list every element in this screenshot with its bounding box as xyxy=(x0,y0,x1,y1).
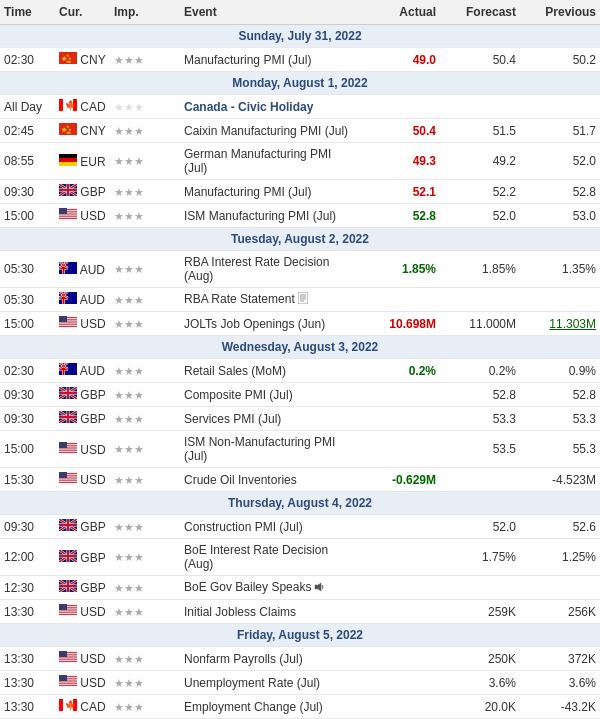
section-header-row: Tuesday, August 2, 2022 xyxy=(0,228,600,251)
event-name: Retail Sales (MoM) xyxy=(180,359,360,383)
event-previous: 53.3 xyxy=(520,407,600,431)
event-forecast xyxy=(440,468,520,492)
svg-rect-148 xyxy=(59,614,77,615)
currency-label: GBP xyxy=(80,520,105,534)
event-actual: 52.1 xyxy=(360,180,440,204)
document-icon xyxy=(298,292,308,307)
star-icon: ★ xyxy=(134,701,144,713)
star-icon: ★ xyxy=(124,365,134,377)
event-currency: GBP xyxy=(55,576,110,600)
star-icon: ★ xyxy=(134,677,144,689)
svg-rect-111 xyxy=(59,482,77,483)
event-importance: ★★★ xyxy=(110,671,180,695)
star-icon: ★ xyxy=(124,653,134,665)
table-row: 09:30 GBP ★★★ Services PMI (Jul) 53.3 53… xyxy=(0,407,600,431)
star-icon: ★ xyxy=(114,521,124,533)
table-row: 12:00 GBP ★★★ BoE Interest Rate Decision… xyxy=(0,539,600,576)
event-actual: 52.8 xyxy=(360,204,440,228)
table-row: 13:30 USD ★★★ Nonfarm Payrolls (Jul) 250… xyxy=(0,647,600,671)
star-icon: ★ xyxy=(124,125,134,137)
svg-rect-159 xyxy=(59,651,67,657)
event-previous: 51.7 xyxy=(520,119,600,143)
event-importance: ★★★ xyxy=(110,515,180,539)
star-icon: ★ xyxy=(134,521,144,533)
header-forecast: Forecast xyxy=(440,0,520,25)
star-icon: ★ xyxy=(124,101,134,113)
svg-rect-16 xyxy=(59,154,77,158)
table-row: 02:30 AUD ★★★ Retail Sales (MoM) 0.2% 0.… xyxy=(0,359,600,383)
svg-rect-36 xyxy=(59,208,67,214)
star-icon: ★ xyxy=(124,155,134,167)
event-currency: ★★★★★ CNY xyxy=(55,48,110,72)
event-currency: 🍁 CAD xyxy=(55,95,110,119)
event-previous: 11.303M xyxy=(520,312,600,336)
economic-calendar-table: Time Cur. Imp. Event Actual Forecast Pre… xyxy=(0,0,600,719)
svg-rect-113 xyxy=(59,472,67,478)
event-importance: ★★★ xyxy=(110,539,180,576)
event-importance: ★★★ xyxy=(110,48,180,72)
star-icon: ★ xyxy=(114,210,124,222)
star-icon: ★ xyxy=(134,653,144,665)
event-time: 09:30 xyxy=(0,383,55,407)
svg-rect-167 xyxy=(59,686,77,687)
svg-rect-66 xyxy=(59,326,77,327)
event-name: Composite PMI (Jul) xyxy=(180,383,360,407)
flag-icon: 🍁 xyxy=(59,100,77,114)
event-actual: 49.0 xyxy=(360,48,440,72)
event-previous xyxy=(520,95,600,119)
svg-text:★: ★ xyxy=(66,130,70,135)
flag-icon: ★★★★★ xyxy=(59,124,77,138)
event-actual xyxy=(360,515,440,539)
star-icon: ★ xyxy=(134,413,144,425)
event-forecast: 0.2% xyxy=(440,359,520,383)
star-icon: ★ xyxy=(114,677,124,689)
event-name: Initial Jobless Claims xyxy=(180,600,360,624)
section-title: Friday, August 5, 2022 xyxy=(0,624,600,647)
header-time: Time xyxy=(0,0,55,25)
svg-rect-122 xyxy=(67,519,69,531)
section-title: Wednesday, August 3, 2022 xyxy=(0,336,600,359)
svg-rect-158 xyxy=(59,662,77,663)
event-forecast: 1.85% xyxy=(440,251,520,288)
event-previous xyxy=(520,576,600,600)
star-icon: ★ xyxy=(134,318,144,330)
table-row: 09:30 GBP ★★★ Composite PMI (Jul) 52.8 5… xyxy=(0,383,600,407)
event-importance: ★★★ xyxy=(110,468,180,492)
svg-rect-103 xyxy=(59,453,77,454)
svg-rect-65 xyxy=(59,324,77,325)
sound-icon xyxy=(314,581,326,595)
event-importance: ★★★ xyxy=(110,383,180,407)
event-previous: 53.0 xyxy=(520,204,600,228)
star-icon: ★ xyxy=(134,294,144,306)
star-icon: ★ xyxy=(134,582,144,594)
star-icon: ★ xyxy=(134,54,144,66)
star-icon: ★ xyxy=(124,582,134,594)
event-actual: 10.698M xyxy=(360,312,440,336)
star-icon: ★ xyxy=(124,443,134,455)
event-actual xyxy=(360,671,440,695)
flag-icon xyxy=(59,581,77,595)
event-previous: 372K xyxy=(520,647,600,671)
event-actual xyxy=(360,647,440,671)
svg-text:★: ★ xyxy=(66,59,70,64)
star-icon: ★ xyxy=(124,294,134,306)
svg-rect-34 xyxy=(59,217,77,218)
section-header-row: Wednesday, August 3, 2022 xyxy=(0,336,600,359)
event-previous: 1.35% xyxy=(520,251,600,288)
event-currency: USD xyxy=(55,431,110,468)
event-currency: 🍁 CAD xyxy=(55,695,110,719)
svg-rect-27 xyxy=(67,184,69,196)
event-forecast xyxy=(440,95,520,119)
currency-label: AUD xyxy=(80,263,105,277)
svg-rect-165 xyxy=(59,683,77,684)
event-importance: ★★★ xyxy=(110,600,180,624)
event-forecast: 52.8 xyxy=(440,383,520,407)
event-actual: 0.2% xyxy=(360,359,440,383)
star-icon: ★ xyxy=(124,606,134,618)
event-forecast: 52.0 xyxy=(440,515,520,539)
event-time: All Day xyxy=(0,95,55,119)
event-currency: GBP xyxy=(55,407,110,431)
currency-label: CNY xyxy=(80,53,105,67)
svg-rect-6 xyxy=(59,99,63,111)
flag-icon xyxy=(59,652,77,666)
